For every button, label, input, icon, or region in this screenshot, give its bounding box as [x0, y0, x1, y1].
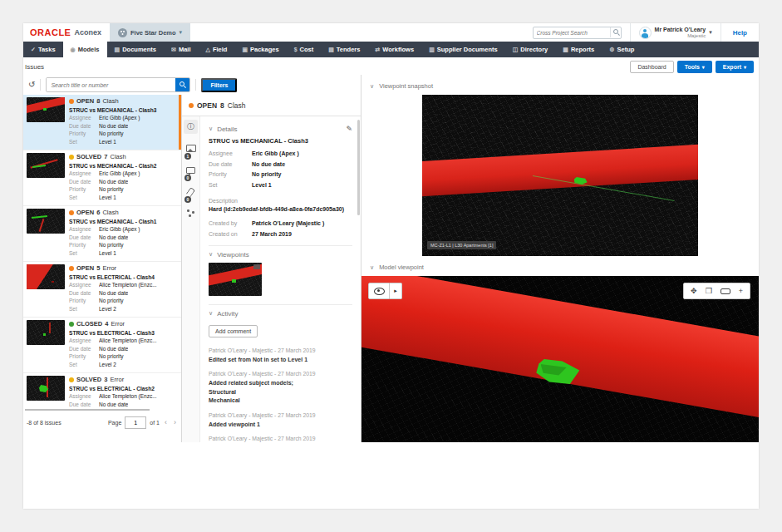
page-of-label: of 1	[150, 420, 160, 426]
model-viewer[interactable]: ▸ ✥ ❒ +	[361, 276, 759, 442]
issue-list-item[interactable]: OPEN 6 Clash STRUC vs MECHANICAL - Clash…	[23, 206, 181, 262]
page-input[interactable]	[125, 416, 146, 429]
prev-page-icon[interactable]: ‹	[163, 418, 169, 426]
activity-meta: Patrick O'Leary - Majestic - 27 March 20…	[209, 371, 352, 377]
issue-thumbnail[interactable]	[27, 264, 65, 289]
issue-thumbnail[interactable]	[27, 97, 65, 122]
related-models-icon[interactable]	[184, 206, 198, 220]
user-org: Majestic	[655, 33, 706, 39]
cross-project-search	[533, 27, 622, 39]
edit-icon[interactable]: ✎	[346, 125, 352, 133]
export-button[interactable]: Export▾	[716, 61, 754, 73]
issue-search-input[interactable]	[47, 78, 175, 91]
comments-icon[interactable]: 0	[184, 163, 198, 177]
snapshot-stage: MC-Z1-L1 | L30 Apartments [1]	[361, 95, 759, 256]
refresh-icon[interactable]: ↺	[28, 81, 35, 89]
nav-tab-reports[interactable]: ▦ Reports	[555, 42, 602, 57]
nav-tab-icon: ▤	[328, 47, 334, 53]
issue-type: Error	[110, 376, 124, 385]
detail-header: OPEN 8 Clash	[182, 95, 361, 116]
page-head: Issues Dashboard Tools▾ Export▾	[23, 57, 759, 76]
nav-tab-supplier-documents[interactable]: ▥ Supplier Documents	[421, 42, 505, 57]
user-menu[interactable]: Mr Patrick O'Leary Majestic ▾	[630, 23, 721, 42]
nav-tab-icon: ▤	[115, 47, 120, 53]
expand-controls-button[interactable]: ▸	[390, 283, 402, 299]
main-nav: ✓ Tasks ◉ Models ▤ Documents ✉ Mail △ Fi…	[23, 42, 759, 57]
viewer-toolbar: ✥ ❒ +	[683, 283, 750, 299]
issue-thumbnail[interactable]	[27, 153, 65, 178]
add-comment-button[interactable]: Add comment	[209, 325, 258, 337]
tools-button[interactable]: Tools▾	[677, 61, 712, 73]
cross-project-search-input[interactable]	[534, 30, 610, 36]
search-icon[interactable]	[175, 78, 189, 91]
issue-list: OPEN 8 Clash STRUC vs MECHANICAL - Clash…	[23, 95, 181, 407]
nav-tab-directory[interactable]: ◫ Directory	[505, 42, 556, 57]
viewpoint-snapshot-image[interactable]: MC-Z1-L1 | L30 Apartments [1]	[422, 95, 698, 256]
visibility-button[interactable]	[368, 283, 390, 299]
measure-icon[interactable]	[721, 288, 730, 294]
details-section-header[interactable]: ∨ Details ✎	[209, 125, 352, 133]
pan-icon[interactable]: ✥	[691, 288, 697, 295]
chevron-down-icon: ∨	[209, 251, 213, 258]
nav-tab-cost[interactable]: $ Cost	[287, 42, 322, 57]
issue-list-item[interactable]: OPEN 8 Clash STRUC vs MECHANICAL - Clash…	[23, 95, 181, 150]
chevron-down-icon: ∨	[209, 126, 213, 132]
nav-tab-setup[interactable]: ⚙ Setup	[602, 42, 642, 57]
issue-detail-panel: OPEN 8 Clash ⓘ 1 0 0	[182, 95, 361, 442]
filters-button[interactable]: Filters	[201, 78, 237, 92]
nav-tab-workflows[interactable]: ⇄ Workflows	[367, 42, 421, 57]
user-name: Mr Patrick O'Leary	[655, 27, 706, 33]
nav-tab-label: Field	[213, 46, 228, 53]
activity-section-header[interactable]: ∨ Activity	[209, 310, 352, 318]
info-icon[interactable]: ⓘ	[184, 120, 198, 134]
clash-red-beam	[422, 144, 698, 198]
viewpoints-icon[interactable]: 1	[184, 141, 198, 155]
issue-set: Level 2	[99, 361, 116, 368]
project-name: Five Star Demo	[130, 29, 176, 37]
model-viewpoint-header[interactable]: ∨ Model viewpoint	[361, 256, 759, 276]
attachments-icon[interactable]: 0	[184, 185, 198, 199]
next-page-icon[interactable]: ›	[172, 418, 178, 426]
issue-list-item[interactable]: SOLVED 7 Clash STRUC vs MECHANICAL - Cla…	[23, 150, 181, 206]
project-selector[interactable]: Five Star Demo ▾	[110, 23, 190, 42]
nav-tab-tasks[interactable]: ✓ Tasks	[23, 42, 63, 57]
viewpoint-thumbnail[interactable]	[209, 263, 262, 296]
search-icon[interactable]	[610, 27, 621, 37]
nav-tab-mail[interactable]: ✉ Mail	[164, 42, 198, 57]
comments-count-badge: 0	[184, 175, 191, 181]
viewpoint-snapshot-header[interactable]: ∨ Viewpoint snapshot	[361, 75, 759, 95]
issue-thumbnail[interactable]	[27, 320, 65, 345]
viewpoints-section-header[interactable]: ∨ Viewpoints	[209, 251, 352, 259]
status-dot	[69, 266, 74, 271]
zoom-in-icon[interactable]: +	[739, 288, 743, 295]
section-box-icon[interactable]: ❒	[706, 288, 712, 295]
dashboard-button[interactable]: Dashboard	[630, 61, 673, 73]
issue-status: SOLVED	[76, 153, 101, 162]
issue-assignee: Eric Gibb (Apex )	[99, 114, 140, 121]
nav-tab-icon: ▣	[242, 47, 248, 53]
issue-priority: No priority	[99, 241, 124, 249]
issues-count: -8 of 8 issues	[27, 420, 61, 426]
nav-tab-models[interactable]: ◉ Models	[63, 42, 107, 57]
issue-title: STRUC vs ELECTRICAL - Clash4	[69, 273, 178, 282]
nav-tab-icon: ⇄	[375, 47, 380, 53]
issue-search	[46, 77, 190, 92]
issue-title: STRUC vs MECHANICAL - Clash1	[69, 218, 178, 226]
nav-tab-documents[interactable]: ▤ Documents	[107, 42, 164, 57]
help-link[interactable]: Help	[721, 23, 759, 42]
nav-tab-packages[interactable]: ▣ Packages	[234, 42, 286, 57]
detail-number: 8	[220, 101, 224, 110]
nav-tab-tenders[interactable]: ▤ Tenders	[321, 42, 367, 57]
detail-set: Level 1	[252, 180, 272, 191]
vertical-scrollbar[interactable]	[357, 120, 360, 215]
issue-list-item[interactable]: OPEN 5 Error STRUC vs ELECTRICAL - Clash…	[23, 262, 181, 318]
issue-due-date: No due date	[99, 345, 128, 352]
nav-tab-icon: ◫	[513, 47, 519, 53]
issue-thumbnail[interactable]	[27, 209, 65, 234]
nav-tab-field[interactable]: △ Field	[198, 42, 234, 57]
detail-description: Hard (id:2eb9edaf-bfdb-449d-a8ea-0fa7dc9…	[209, 206, 352, 212]
issue-list-item[interactable]: CLOSED 4 Error STRUC vs ELECTRICAL - Cla…	[23, 318, 181, 373]
issue-list-item[interactable]: SOLVED 3 Error STRUC vs ELECTRICAL - Cla…	[23, 373, 181, 407]
detail-assignee: Eric Gibb (Apex )	[252, 149, 299, 160]
issue-thumbnail[interactable]	[27, 376, 65, 401]
